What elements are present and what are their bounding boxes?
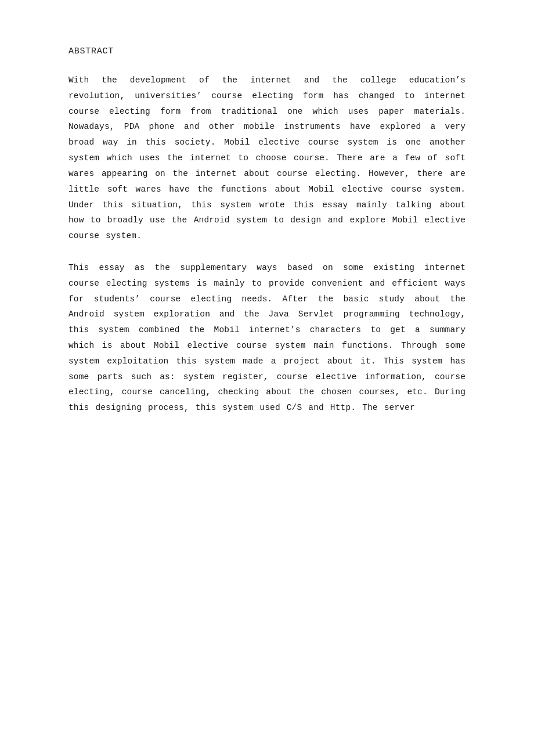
abstract-title: ABSTRACT <box>68 46 466 56</box>
paragraph-2: This essay as the supplementary ways bas… <box>68 260 466 416</box>
page: ABSTRACT With the development of the int… <box>0 0 534 756</box>
paragraph-1: With the development of the internet and… <box>68 73 466 244</box>
